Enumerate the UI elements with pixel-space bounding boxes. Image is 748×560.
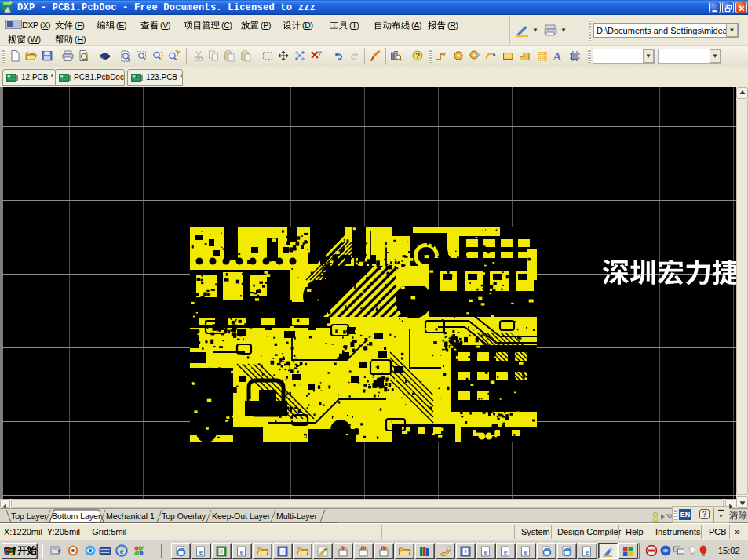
svg-text:e: e bbox=[120, 546, 124, 555]
svg-text:e: e bbox=[504, 547, 508, 556]
svg-text:A: A bbox=[553, 50, 562, 63]
svg-text:?: ? bbox=[415, 52, 420, 60]
svg-text:e: e bbox=[586, 547, 589, 556]
svg-text:e: e bbox=[524, 547, 528, 556]
svg-text:e: e bbox=[199, 547, 203, 556]
svg-text:e: e bbox=[239, 547, 243, 556]
svg-text:e: e bbox=[483, 547, 487, 556]
